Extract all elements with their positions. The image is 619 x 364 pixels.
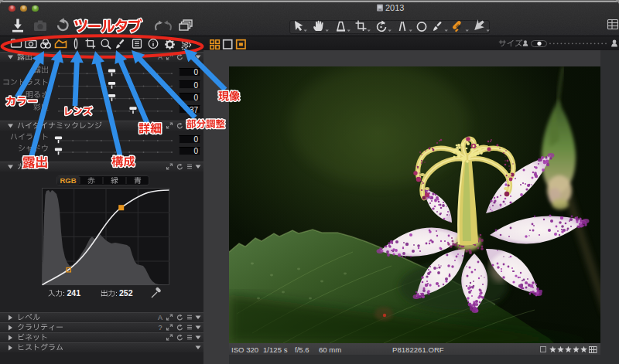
svg-text:252: 252 — [119, 288, 133, 298]
svg-text:?: ? — [158, 324, 162, 332]
svg-text:RGB: RGB — [60, 176, 76, 185]
svg-text:A: A — [158, 314, 162, 321]
svg-text:241: 241 — [67, 288, 81, 298]
